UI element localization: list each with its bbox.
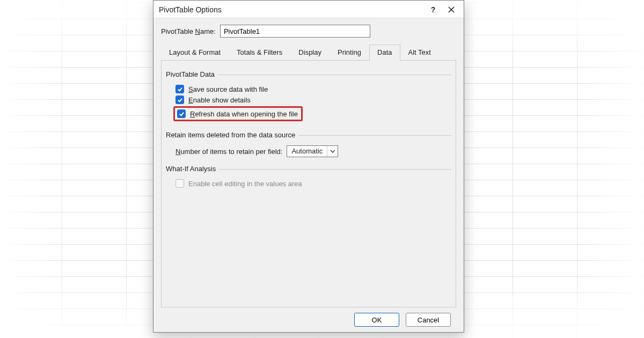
section-retain: Retain items deleted from the data sourc… — [166, 131, 295, 139]
retain-row: Number of items to retain per field: Aut… — [175, 145, 451, 157]
retain-label: Number of items to retain per field: — [175, 148, 282, 156]
ok-button[interactable]: OK — [354, 313, 399, 327]
pivottable-options-dialog: PivotTable Options ? PivotTable Name: La… — [153, 0, 464, 333]
section-divider — [218, 75, 451, 75]
checkbox-label: Enable cell editing in the values area — [188, 180, 302, 188]
tab-display[interactable]: Display — [290, 45, 330, 61]
tab-pane-data: PivotTable Data Save source data with fi… — [161, 61, 456, 307]
retain-select[interactable]: Automatic — [287, 145, 338, 157]
dialog-body: PivotTable Name: Layout & Format Totals … — [153, 18, 464, 332]
section-whatif: What-If Analysis — [166, 165, 216, 173]
tab-alttext[interactable]: Alt Text — [400, 45, 439, 61]
close-icon — [448, 6, 455, 13]
checkbox-show-details[interactable]: Enable show details — [175, 95, 451, 104]
tab-printing[interactable]: Printing — [330, 45, 369, 61]
section-divider — [298, 135, 451, 136]
checkbox-label: Save source data with file — [188, 85, 268, 93]
name-label-tail: ame: — [200, 27, 216, 35]
pivottable-name-input[interactable] — [220, 25, 370, 38]
checkbox-icon — [175, 179, 184, 188]
retain-value: Automatic — [287, 146, 327, 156]
help-button[interactable]: ? — [424, 3, 442, 17]
tab-strip: Layout & Format Totals & Filters Display… — [161, 44, 456, 61]
tab-layout[interactable]: Layout & Format — [161, 45, 229, 61]
section-pivot-data: PivotTable Data — [166, 70, 215, 78]
checkbox-refresh[interactable] — [177, 109, 186, 118]
name-label: PivotTable Name: — [161, 27, 216, 35]
tab-totals[interactable]: Totals & Filters — [229, 45, 290, 61]
chevron-down-icon — [327, 146, 338, 157]
checkbox-icon — [175, 95, 184, 104]
close-button[interactable] — [442, 3, 460, 17]
cancel-button[interactable]: Cancel — [406, 313, 451, 327]
checkbox-cell-edit: Enable cell editing in the values area — [175, 179, 451, 188]
tab-data[interactable]: Data — [369, 45, 400, 61]
dialog-footer: OK Cancel — [161, 307, 456, 327]
checkbox-label: Refresh data when opening the file — [190, 110, 298, 118]
highlighted-refresh-option: Refresh data when opening the file — [173, 106, 303, 121]
titlebar: PivotTable Options ? — [153, 1, 464, 18]
section-divider — [219, 169, 451, 170]
checkbox-icon — [175, 85, 184, 93]
name-row: PivotTable Name: — [161, 25, 456, 38]
checkbox-label: Enable show details — [188, 96, 251, 104]
checkbox-save-source[interactable]: Save source data with file — [175, 85, 451, 93]
dialog-title: PivotTable Options — [159, 5, 424, 14]
